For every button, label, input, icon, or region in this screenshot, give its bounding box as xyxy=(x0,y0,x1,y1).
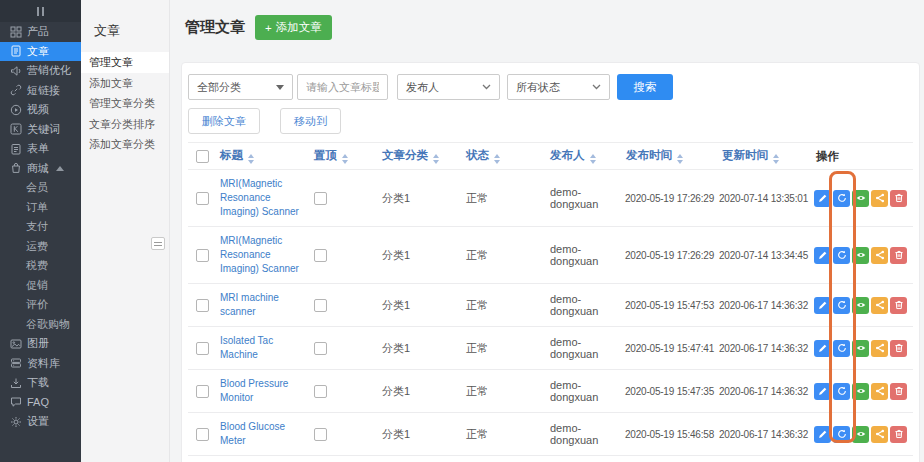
sidebar-subitem-shipping[interactable]: 运费 xyxy=(0,237,81,257)
sidebar-subitem-reviews[interactable]: 评价 xyxy=(0,295,81,315)
sync-action-button[interactable] xyxy=(833,426,850,443)
delete-action-button[interactable] xyxy=(890,340,907,357)
sidebar-item-settings[interactable]: 设置 xyxy=(0,412,81,432)
status-select[interactable]: 所有状态 xyxy=(507,74,610,100)
sidebar-item-mall[interactable]: 商城 xyxy=(0,159,81,179)
article-title-link[interactable]: MRI(Magnetic Resonance Imaging) Scanner xyxy=(220,177,308,219)
publisher-select[interactable]: 发布人 xyxy=(397,74,500,100)
sidebar-subitem-members[interactable]: 会员 xyxy=(0,178,81,198)
top-checkbox[interactable] xyxy=(314,249,327,262)
column-header-title[interactable]: 标题 xyxy=(214,143,308,170)
row-checkbox[interactable] xyxy=(196,385,209,398)
submenu-item-add-article-category[interactable]: 添加文章分类 xyxy=(81,134,169,155)
article-title-link[interactable]: MRI(Magnetic Resonance Imaging) Scanner xyxy=(220,234,308,276)
edit-action-button[interactable] xyxy=(814,340,831,357)
column-header-category[interactable]: 文章分类 xyxy=(376,143,460,170)
share-icon xyxy=(875,429,885,439)
column-header-top[interactable]: 置顶 xyxy=(308,143,376,170)
article-title-link[interactable]: Blood Pressure Monitor xyxy=(220,377,308,405)
view-action-button[interactable] xyxy=(852,247,869,264)
delete-action-button[interactable] xyxy=(890,383,907,400)
share-action-button[interactable] xyxy=(871,190,888,207)
column-header-status[interactable]: 状态 xyxy=(460,143,544,170)
category-cell: 分类1 xyxy=(376,370,460,413)
row-checkbox[interactable] xyxy=(196,342,209,355)
sync-action-button[interactable] xyxy=(833,190,850,207)
sidebar-subitem-orders[interactable]: 订单 xyxy=(0,198,81,218)
delete-action-button[interactable] xyxy=(890,297,907,314)
edit-action-button[interactable] xyxy=(814,190,831,207)
submenu-item-add-article[interactable]: 添加文章 xyxy=(81,73,169,94)
sidebar-subitem-google-shopping[interactable]: 谷歌购物 xyxy=(0,315,81,335)
search-button[interactable]: 搜索 xyxy=(617,74,673,100)
sidebar-subitem-tax[interactable]: 税费 xyxy=(0,256,81,276)
share-action-button[interactable] xyxy=(871,426,888,443)
row-checkbox[interactable] xyxy=(196,299,209,312)
share-action-button[interactable] xyxy=(871,340,888,357)
sidebar-item-shortlinks[interactable]: 短链接 xyxy=(0,81,81,101)
sidebar-item-marketing[interactable]: 营销优化 xyxy=(0,61,81,81)
sync-action-button[interactable] xyxy=(833,297,850,314)
share-icon xyxy=(875,193,885,203)
row-checkbox[interactable] xyxy=(196,428,209,441)
top-checkbox[interactable] xyxy=(314,428,327,441)
edit-action-button[interactable] xyxy=(814,383,831,400)
delete-action-button[interactable] xyxy=(890,247,907,264)
sidebar-item-articles[interactable]: 文章 xyxy=(0,42,81,62)
sidebar-item-videos[interactable]: 视频 xyxy=(0,100,81,120)
share-action-button[interactable] xyxy=(871,297,888,314)
article-title-link[interactable]: Blood Glucose Meter xyxy=(220,420,308,448)
share-icon xyxy=(875,300,885,310)
sidebar-subitem-payment[interactable]: 支付 xyxy=(0,217,81,237)
delete-action-button[interactable] xyxy=(890,426,907,443)
article-title-input[interactable] xyxy=(297,74,388,100)
edit-action-button[interactable] xyxy=(814,297,831,314)
actions-cell xyxy=(810,327,913,370)
edit-action-button[interactable] xyxy=(814,426,831,443)
view-action-button[interactable] xyxy=(852,340,869,357)
sidebar-item-forms[interactable]: 表单 xyxy=(0,139,81,159)
view-action-button[interactable] xyxy=(852,190,869,207)
row-checkbox[interactable] xyxy=(196,192,209,205)
row-checkbox[interactable] xyxy=(196,249,209,262)
sidebar-item-products[interactable]: 产品 xyxy=(0,22,81,42)
select-all-checkbox[interactable] xyxy=(196,150,209,163)
submenu-item-article-category-sort[interactable]: 文章分类排序 xyxy=(81,114,169,135)
sidebar-item-library[interactable]: 资料库 xyxy=(0,354,81,374)
delete-action-button[interactable] xyxy=(890,190,907,207)
submenu-list: 管理文章添加文章管理文章分类文章分类排序添加文章分类 xyxy=(81,52,169,155)
sidebar-subitem-promotion[interactable]: 促销 xyxy=(0,276,81,296)
top-checkbox[interactable] xyxy=(314,385,327,398)
trash-icon xyxy=(894,300,904,310)
pause-bars-icon xyxy=(42,7,44,16)
edit-action-button[interactable] xyxy=(814,247,831,264)
article-title-link[interactable]: Isolated Tac Machine xyxy=(220,334,308,362)
sync-action-button[interactable] xyxy=(833,247,850,264)
submenu-collapse-handle[interactable] xyxy=(151,237,165,250)
sidebar-item-download[interactable]: 下载 xyxy=(0,373,81,393)
share-action-button[interactable] xyxy=(871,247,888,264)
submenu-item-manage-articles[interactable]: 管理文章 xyxy=(81,52,169,73)
add-article-button[interactable]: + 添加文章 xyxy=(255,15,332,40)
article-title-link[interactable]: MRI machine scanner xyxy=(220,291,308,319)
sidebar-collapse-button[interactable] xyxy=(0,0,81,22)
category-select[interactable]: 全部分类 xyxy=(188,74,293,100)
column-header-publish-time[interactable]: 发布时间 xyxy=(620,143,716,170)
view-action-button[interactable] xyxy=(852,297,869,314)
sidebar-item-faq[interactable]: FAQ xyxy=(0,393,81,413)
sidebar-item-album[interactable]: 图册 xyxy=(0,334,81,354)
share-action-button[interactable] xyxy=(871,383,888,400)
top-checkbox[interactable] xyxy=(314,342,327,355)
submenu-item-manage-article-categories[interactable]: 管理文章分类 xyxy=(81,93,169,114)
sidebar-item-keywords[interactable]: 关键词 xyxy=(0,120,81,140)
top-checkbox[interactable] xyxy=(314,192,327,205)
sync-action-button[interactable] xyxy=(833,340,850,357)
column-header-update-time[interactable]: 更新时间 xyxy=(716,143,810,170)
column-header-publisher[interactable]: 发布人 xyxy=(544,143,620,170)
view-action-button[interactable] xyxy=(852,426,869,443)
delete-articles-button[interactable]: 删除文章 xyxy=(188,108,260,134)
sync-action-button[interactable] xyxy=(833,383,850,400)
top-checkbox[interactable] xyxy=(314,299,327,312)
view-action-button[interactable] xyxy=(852,383,869,400)
move-to-button[interactable]: 移动到 xyxy=(280,108,341,134)
